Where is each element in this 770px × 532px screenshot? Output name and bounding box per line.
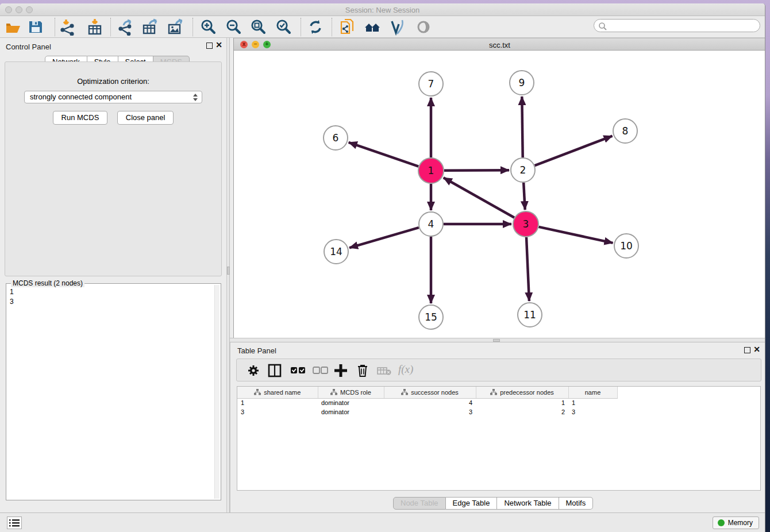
toolbar-separator [55,18,55,36]
graph-node-label-7: 7 [428,78,434,90]
table-toolbar: f(x) [236,358,761,381]
deselect-all-icon[interactable] [312,363,329,379]
zoom-selected-icon[interactable] [275,18,292,36]
close-panel-button[interactable]: Close panel [117,111,174,125]
graph-edge-3-1[interactable] [444,178,514,217]
column-tree-icon [254,389,261,395]
graph-node-label-14: 14 [330,246,342,257]
graph-edge-2-3[interactable] [523,183,525,210]
graph-node-label-9: 9 [519,77,525,88]
float-panel-icon[interactable] [206,43,213,49]
optimization-criterion-label: Optimization criterion: [5,77,221,86]
column-tree-icon [401,389,408,395]
graph-node-label-10: 10 [620,240,633,252]
memory-button[interactable]: Memory [713,516,759,529]
graph-node-label-2: 2 [520,164,526,176]
graph-node-label-4: 4 [428,218,434,230]
control-panel-title: Control Panel [6,43,51,51]
network-view-window: x – + scc.txt 7968124314101511 [233,38,765,338]
export-network-icon[interactable] [117,18,134,36]
node-table[interactable]: shared name MCDS role successor nodes pr… [237,386,761,491]
select-all-icon[interactable] [290,363,307,379]
list-icon [9,519,20,527]
column-header-name[interactable]: name [568,387,617,398]
graph-edge-2-8[interactable] [535,136,613,166]
horizontal-splitter[interactable] [230,338,765,342]
splitter-handle[interactable] [493,339,500,342]
column-header-mcds-role[interactable]: MCDS role [318,387,384,398]
zoom-fit-icon[interactable] [249,18,267,36]
graph-edge-1-2[interactable] [444,170,509,171]
hide-panel-icon[interactable] [415,18,432,36]
task-history-button[interactable] [7,516,22,529]
table-panel: Table Panel ✕ [230,342,765,512]
graph-edge-2-9[interactable] [522,97,522,157]
graph-node-label-1: 1 [428,165,434,176]
mcds-panel: Optimization criterion: strongly connect… [5,61,222,276]
function-builder-icon[interactable]: f(x) [398,363,413,379]
network-window-titlebar[interactable]: x – + scc.txt [234,38,765,51]
mcds-result-text[interactable]: 1 3 [10,287,211,498]
tab-network-table[interactable]: Network Table [497,497,559,510]
import-network-icon[interactable] [59,18,76,36]
result-scrollbar[interactable] [214,285,220,499]
graph[interactable]: 7968124314101511 [234,51,765,338]
network-title: scc.txt [234,41,765,49]
mcds-result-title: MCDS result (2 nodes) [11,279,84,287]
memory-status-icon [718,519,725,526]
float-panel-icon[interactable] [744,347,750,353]
memory-label: Memory [728,519,753,527]
export-table-icon[interactable] [141,18,159,36]
toolbar-separator [301,18,301,36]
network-canvas[interactable]: 7968124314101511 [234,51,765,338]
close-panel-icon[interactable]: ✕ [753,346,760,353]
graph-edge-1-6[interactable] [349,142,419,167]
graph-node-label-6: 6 [333,132,339,144]
search-icon [598,22,607,31]
graph-edge-4-14[interactable] [349,228,419,248]
settings-gear-icon[interactable] [246,363,261,379]
criterion-select[interactable]: strongly connected component [24,91,202,103]
column-tree-icon [330,389,337,395]
application-window: Session: New Session [0,3,765,532]
toolbar-separator [192,18,193,36]
table-row[interactable]: 3 dominator 3 2 3 [237,407,617,417]
export-image-icon[interactable] [167,18,184,36]
refresh-icon[interactable] [307,18,324,36]
toolbar-separator [110,18,111,36]
tab-edge-table[interactable]: Edge Table [446,497,498,510]
main-toolbar [0,16,765,38]
graph-node-label-15: 15 [425,311,437,323]
close-panel-icon[interactable]: ✕ [215,42,222,48]
open-session-icon[interactable] [5,18,22,36]
delete-table-icon[interactable] [376,363,394,379]
zoom-in-icon[interactable] [199,18,217,36]
table-row[interactable]: 1 dominator 4 1 1 [237,398,617,407]
column-header-shared-name[interactable]: shared name [237,387,318,398]
apply-style-icon[interactable] [389,18,406,36]
add-column-icon[interactable] [333,363,348,379]
import-table-icon[interactable] [86,18,103,36]
window-title: Session: New Session [0,6,765,14]
criterion-value: strongly connected component [30,92,132,101]
network-from-file-icon[interactable] [339,18,356,36]
graph-edge-3-10[interactable] [538,227,613,243]
status-bar: Memory [0,512,765,532]
tab-motifs[interactable]: Motifs [559,497,594,510]
run-mcds-button[interactable]: Run MCDS [53,111,108,125]
home-icon[interactable] [364,18,381,36]
column-view-icon[interactable] [267,363,282,379]
column-header-predecessor-nodes[interactable]: predecessor nodes [476,387,568,398]
search-input[interactable] [594,19,760,32]
control-panel: Control Panel ✕ Network Style Select MCD… [0,38,226,512]
graph-edge-3-11[interactable] [526,237,529,301]
delete-column-icon[interactable] [355,363,370,379]
zoom-out-icon[interactable] [225,18,242,36]
save-session-icon[interactable] [27,18,44,36]
graph-node-label-3: 3 [523,218,529,230]
tab-node-table[interactable]: Node Table [393,497,446,510]
toolbar-separator [332,18,332,36]
select-stepper-icon [193,94,198,102]
column-header-successor-nodes[interactable]: successor nodes [384,387,476,398]
table-panel-title: Table Panel [237,346,276,355]
